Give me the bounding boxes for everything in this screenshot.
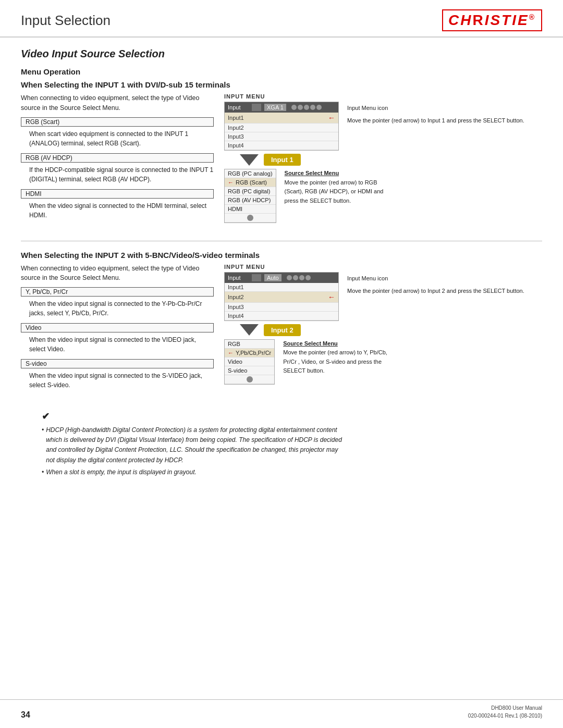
menu1-row-input4: Input4 [225, 141, 338, 150]
src1-row3: RGB (PC digital) [225, 187, 276, 196]
christie-logo: CHRISTIE® [442, 9, 542, 31]
menu1-row-input2: Input2 [225, 124, 338, 132]
src2-row3: Video [225, 357, 274, 366]
label-rgb-scart-section: RGB (Scart) When scart video equipment i… [21, 117, 214, 148]
src2-icon [247, 376, 253, 382]
input1-subtitle: When Selecting the INPUT 1 with DVI/D-su… [21, 80, 542, 89]
note-bullet-content-1: HDCP (High-bandwidth Digital Content Pro… [46, 425, 344, 465]
icon2-2 [293, 275, 298, 280]
input1-label-box: Input 1 [264, 154, 301, 166]
input2-block: When Selecting the INPUT 2 with 5-BNC/Vi… [21, 251, 542, 396]
menu2-row-input3: Input3 [225, 303, 338, 312]
label-video: Video [21, 323, 214, 332]
note-bullet-content-2: When a slot is empty, the input is displ… [46, 467, 197, 477]
icon2-3 [299, 275, 304, 280]
icon2-1 [287, 275, 292, 280]
menu1-row-input3: Input3 [225, 132, 338, 141]
input1-block: When Selecting the INPUT 1 with DVI/D-su… [21, 80, 542, 225]
christie-logo-text: CHRISTIE® [442, 9, 542, 31]
input2-right: INPUT MENU Input Auto [224, 264, 542, 396]
menu1-icon-annotation: Input Menu icon Move the pointer (red ar… [347, 102, 524, 124]
label-svideo-desc: When the video input signal is connected… [29, 371, 214, 390]
menu1-input-label: Input [228, 104, 249, 110]
menu1-top-bar: Input XGA 1 [225, 102, 338, 113]
label-rgb-scart-desc: When scart video equipment is connected … [29, 129, 214, 148]
src2-row1: RGB [225, 340, 274, 349]
src2-row2: ← Y,Pb/Cb,Pr/Cr [225, 349, 274, 357]
menu2-row-input4: Input4 [225, 312, 338, 320]
icon1 [291, 105, 297, 110]
footer-doc-title: DHD800 User Manual [468, 704, 542, 712]
icon2-4 [305, 275, 311, 280]
input2-menu-diagram: Input Auto [224, 272, 339, 321]
section-title: Video Input Source Selection [21, 48, 542, 60]
note-bullet-marker-2: • [42, 467, 44, 477]
note-check: ✔ [42, 411, 542, 422]
input2-arrow-block: Input 2 [240, 324, 542, 336]
input1-menu-box: Input XGA 1 [224, 102, 339, 151]
footer-page-number: 34 [21, 710, 30, 720]
input2-two-col: When connecting to video equipment, sele… [21, 264, 542, 396]
down-arrow-1 [240, 154, 259, 166]
input1-source-menu: RGB (PC analog) ← RGB (Scart) RGB (PC di… [224, 169, 276, 223]
icon4 [310, 105, 315, 110]
label-video-desc: When the video input signal is connected… [29, 335, 214, 354]
src1-icon [247, 215, 253, 221]
label-ypbcb-desc: When the video input signal is connected… [29, 299, 214, 318]
note-bullet-marker-1: • [42, 425, 44, 465]
src1-row-icon [225, 214, 276, 223]
input2-source-area: RGB ← Y,Pb/Cb,Pr/Cr Video S-video [224, 339, 542, 385]
footer-doc-number: 020-000244-01 Rev.1 (08-2010) [468, 712, 542, 720]
input2-menu-area: Input Auto [224, 272, 542, 321]
src1-row5: HDMI [225, 205, 276, 214]
input1-left: When connecting to video equipment, sele… [21, 93, 214, 225]
menu2-top-bar: Input Auto [225, 273, 338, 283]
note-bullet-2: • When a slot is empty, the input is dis… [42, 467, 344, 477]
menu1-top-value: XGA 1 [264, 104, 286, 111]
menu2-arrow2: ← [328, 293, 335, 301]
menu1-icon-row [291, 105, 322, 110]
input2-subtitle: When Selecting the INPUT 2 with 5-BNC/Vi… [21, 251, 542, 260]
input2-intro: When connecting to video equipment, sele… [21, 264, 214, 283]
input1-source-annotation: Source Select Menu Move the pointer (red… [285, 169, 389, 205]
menu1-arrow1: ← [328, 114, 335, 122]
input2-source-menu: RGB ← Y,Pb/Cb,Pr/Cr Video S-video [224, 339, 275, 385]
input1-intro: When connecting to video equipment, sele… [21, 93, 214, 113]
icon5 [316, 105, 322, 110]
menu2-icon-row [287, 275, 311, 280]
menu2-row-input2: Input2 ← [225, 292, 338, 303]
input2-source-annotation: Source Select Menu Move the pointer (red… [283, 339, 387, 376]
icon3 [304, 105, 309, 110]
page-header: Input Selection CHRISTIE® [0, 0, 563, 38]
page-footer: 34 DHD800 User Manual 020-000244-01 Rev.… [0, 699, 563, 720]
input1-source-area: RGB (PC analog) ← RGB (Scart) RGB (PC di… [224, 169, 542, 223]
src1-row1: RGB (PC analog) [225, 169, 276, 178]
menu2-top-value: Auto [264, 274, 282, 281]
src2-row-icon [225, 375, 274, 384]
label-rgb-avhdcp: RGB (AV HDCP) [21, 153, 214, 163]
input1-right: INPUT MENU Input XGA 1 [224, 93, 542, 225]
input2-menu-title: INPUT MENU [224, 264, 542, 270]
src1-row2: ← RGB (Scart) [225, 178, 276, 187]
page-content: Video Input Source Selection Menu Operat… [0, 43, 563, 500]
label-svideo: S-video [21, 359, 214, 368]
input1-two-col: When connecting to video equipment, sele… [21, 93, 542, 225]
label-svideo-section: S-video When the video input signal is c… [21, 359, 214, 390]
icon2 [298, 105, 303, 110]
input2-label-box: Input 2 [264, 324, 301, 336]
input1-menu-title: INPUT MENU [224, 93, 542, 100]
label-ypbcb: Y, Pb/Cb, Pr/Cr [21, 287, 214, 297]
label-rgb-avhdcp-section: RGB (AV HDCP) If the HDCP-compatible sig… [21, 153, 214, 184]
input2-left: When connecting to video equipment, sele… [21, 264, 214, 396]
label-rgb-avhdcp-desc: If the HDCP-compatible signal source is … [29, 165, 214, 184]
footer-doc-info: DHD800 User Manual 020-000244-01 Rev.1 (… [468, 704, 542, 720]
src2-row4: S-video [225, 366, 274, 375]
menu2-row-input1: Input1 [225, 283, 338, 292]
menu1-row-input1: Input1 ← [225, 113, 338, 124]
menu2-icon-annotation: Input Menu icon Move the pointer (red ar… [347, 272, 524, 294]
label-hdmi-section: HDMI When the video signal is connected … [21, 189, 214, 220]
notes-section: ✔ • HDCP (High-bandwidth Digital Content… [42, 411, 542, 477]
menu2-input-label: Input [228, 275, 249, 281]
label-ypbcb-section: Y, Pb/Cb, Pr/Cr When the video input sig… [21, 287, 214, 318]
page-title: Input Selection [21, 13, 111, 29]
